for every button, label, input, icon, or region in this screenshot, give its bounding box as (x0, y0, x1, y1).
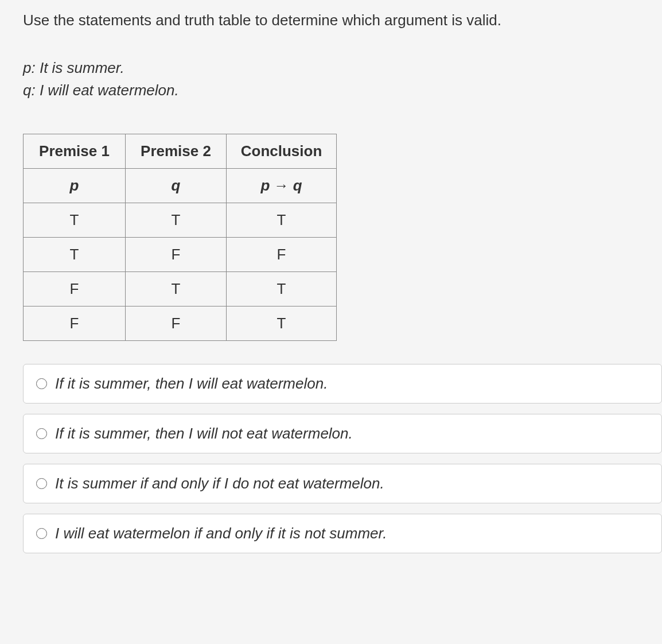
radio-icon[interactable] (36, 528, 47, 539)
arrow-icon: → (274, 177, 289, 194)
subheader-pq: p → q (227, 169, 337, 203)
pq-right: q (293, 177, 302, 194)
option-3[interactable]: It is summer if and only if I do not eat… (23, 464, 662, 503)
table-row: T F F (24, 238, 337, 272)
cell: F (126, 238, 227, 272)
header-premise1: Premise 1 (24, 134, 126, 169)
radio-icon[interactable] (36, 428, 47, 439)
option-label: If it is summer, then I will eat waterme… (55, 375, 328, 393)
cell: T (227, 272, 337, 307)
table-subheader-row: p q p → q (24, 169, 337, 203)
options-group: If it is summer, then I will eat waterme… (23, 364, 662, 553)
header-premise2: Premise 2 (126, 134, 227, 169)
cell: F (24, 307, 126, 341)
cell: F (24, 272, 126, 307)
table-row: F F T (24, 307, 337, 341)
radio-icon[interactable] (36, 478, 47, 489)
cell: T (126, 203, 227, 238)
pq-left: p (260, 177, 270, 194)
header-conclusion: Conclusion (227, 134, 337, 169)
cell: T (24, 203, 126, 238)
option-1[interactable]: If it is summer, then I will eat waterme… (23, 364, 662, 404)
option-2[interactable]: If it is summer, then I will not eat wat… (23, 414, 662, 453)
statements-block: p: It is summer. q: I will eat watermelo… (23, 57, 662, 102)
question-text: Use the statements and truth table to de… (23, 11, 662, 29)
table-row: F T T (24, 272, 337, 307)
table-header-row: Premise 1 Premise 2 Conclusion (24, 134, 337, 169)
statement-p: p: It is summer. (23, 57, 662, 79)
cell: T (126, 272, 227, 307)
cell: F (126, 307, 227, 341)
cell: F (227, 238, 337, 272)
cell: T (227, 307, 337, 341)
statement-q: q: I will eat watermelon. (23, 79, 662, 102)
table-row: T T T (24, 203, 337, 238)
subheader-q: q (126, 169, 227, 203)
option-4[interactable]: I will eat watermelon if and only if it … (23, 514, 662, 553)
option-label: It is summer if and only if I do not eat… (55, 475, 384, 492)
cell: T (24, 238, 126, 272)
radio-icon[interactable] (36, 378, 47, 389)
cell: T (227, 203, 337, 238)
option-label: If it is summer, then I will not eat wat… (55, 425, 353, 443)
option-label: I will eat watermelon if and only if it … (55, 525, 387, 542)
truth-table: Premise 1 Premise 2 Conclusion p q p → q… (23, 134, 337, 341)
subheader-p: p (24, 169, 126, 203)
